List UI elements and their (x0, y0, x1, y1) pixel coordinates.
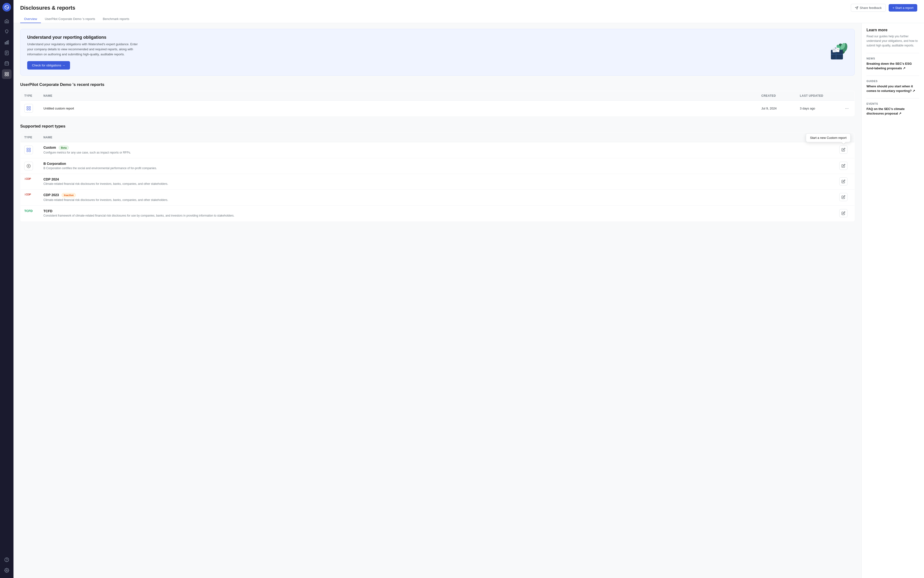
svg-rect-7 (5, 75, 6, 76)
sidebar-item-settings[interactable] (2, 565, 11, 575)
recent-reports-section: UserPilot Corporate Demo 's recent repor… (20, 82, 855, 116)
sidebar-item-emissions[interactable] (2, 27, 11, 37)
edit-icon (841, 211, 845, 215)
row-name-cdp2023: CDP 2023 Inactive Climate-related financ… (40, 190, 835, 206)
resource-events: Events FAQ on the SEC's climate disclosu… (867, 102, 919, 116)
tab-userpilot-reports[interactable]: UserPilot Corporate Demo 's reports (41, 15, 99, 23)
svg-rect-1 (5, 42, 6, 44)
resource-category-guides: Guides (867, 80, 919, 83)
col-type: Type (21, 91, 40, 101)
sidebar-bottom (2, 555, 11, 575)
page-header: Disclosures & reports Share feedback + S… (13, 0, 924, 23)
resource-category-events: Events (867, 102, 919, 105)
custom-type-icon (24, 146, 33, 154)
create-cdp2024-report-button[interactable] (839, 177, 848, 185)
header-actions: Share feedback + Start a report (851, 4, 917, 12)
table-row: Untitled custom report Jul 9, 2024 3 day… (21, 101, 855, 116)
svg-rect-32 (29, 148, 31, 150)
tab-benchmark-reports[interactable]: Benchmark reports (99, 15, 133, 23)
svg-rect-28 (29, 107, 31, 108)
supported-col-actions (835, 133, 855, 142)
obligations-title: Understand your reporting obligations (27, 35, 143, 40)
row-name-bcorp: B Corporation B Corporation certifies th… (40, 158, 835, 174)
custom-icon (26, 106, 31, 111)
learn-more-description: Read our guides help you further underst… (867, 34, 919, 48)
col-actions (839, 91, 855, 101)
share-feedback-button[interactable]: Share feedback (851, 4, 886, 12)
resource-link-events[interactable]: FAQ on the SEC's climate disclosures pro… (867, 107, 919, 116)
page-title: Disclosures & reports (20, 5, 75, 11)
create-tcfd-report-button[interactable] (839, 209, 848, 217)
right-sidebar: Learn more Read our guides help you furt… (861, 23, 924, 578)
obligations-description: Understand your regulatory obligations w… (27, 42, 143, 57)
main-area: Disclosures & reports Share feedback + S… (13, 0, 924, 578)
svg-rect-34 (29, 150, 31, 152)
row-action-tcfd (835, 206, 855, 221)
sidebar-item-reports[interactable] (2, 69, 11, 79)
svg-rect-19 (831, 54, 843, 55)
row-type-cdp2024: ⫶CDP (21, 174, 40, 190)
resource-link-guides[interactable]: Where should you start when it comes to … (867, 84, 919, 93)
row-name-container: Custom Beta (44, 146, 831, 150)
resource-category-news: News (867, 57, 919, 60)
tooltip-container: Start a new Custom report (839, 146, 851, 154)
sidebar-logo[interactable] (2, 3, 11, 11)
table-row: B B Corporation B Corporation certifies … (21, 158, 855, 174)
sidebar-item-help[interactable] (2, 555, 11, 565)
cdp-logo: ⫶CDP (24, 177, 36, 180)
col-created: Created (757, 91, 796, 101)
edit-icon (841, 195, 845, 199)
inactive-badge: Inactive (62, 193, 76, 197)
start-report-button[interactable]: + Start a report (888, 4, 917, 11)
table-row: TCFD TCFD Consistent framework of climat… (21, 206, 855, 221)
row-action-cdp2023 (835, 190, 855, 206)
edit-icon (841, 180, 845, 183)
row-type (21, 101, 40, 116)
recent-reports-title: UserPilot Corporate Demo 's recent repor… (20, 82, 855, 87)
create-custom-report-button[interactable] (839, 146, 848, 154)
row-actions: ··· (839, 101, 855, 116)
sidebar-item-marketplace[interactable] (2, 59, 11, 68)
row-name-tcfd: TCFD Consistent framework of climate-rel… (40, 206, 835, 221)
svg-rect-22 (836, 48, 840, 52)
learn-more-title: Learn more (867, 28, 919, 32)
svg-rect-5 (5, 72, 6, 74)
sidebar-item-home[interactable] (2, 16, 11, 26)
row-action-bcorp (835, 158, 855, 174)
table-row: ⫶CDP CDP 2024 Climate-related financial … (21, 174, 855, 190)
svg-rect-33 (27, 150, 28, 152)
row-created: Jul 9, 2024 (757, 101, 796, 116)
row-type-custom (21, 142, 40, 158)
svg-rect-30 (29, 109, 31, 110)
tab-overview[interactable]: Overview (20, 15, 41, 23)
custom-grid-icon (26, 148, 31, 152)
row-type-bcorp: B (21, 158, 40, 174)
content-area: Understand your reporting obligations Un… (13, 23, 924, 578)
row-action-cdp2024 (835, 174, 855, 190)
main-content: Understand your reporting obligations Un… (13, 23, 861, 578)
table-row: Custom Beta Configure metrics for any us… (21, 142, 855, 158)
check-obligations-button[interactable]: Check for obligations → (27, 61, 70, 70)
beta-badge: Beta (59, 146, 69, 150)
sidebar-item-documents[interactable] (2, 48, 11, 58)
tcfd-logo: TCFD (24, 209, 33, 213)
row-last-updated: 3 days ago (796, 101, 839, 116)
divider-1 (867, 53, 919, 53)
resource-link-news[interactable]: Breaking down the SEC's ESG fund-labelin… (867, 62, 919, 71)
tab-bar: Overview UserPilot Corporate Demo 's rep… (20, 15, 917, 23)
row-name: Untitled custom report (40, 101, 757, 116)
share-icon (855, 6, 858, 10)
svg-text:B: B (28, 165, 29, 167)
create-cdp2023-report-button[interactable] (839, 193, 848, 201)
bcorp-icon: B (24, 162, 33, 170)
table-row: ⫶CDP CDP 2023 Inactive Climate-related f… (21, 190, 855, 206)
supported-types-section: Supported report types Type Name (20, 124, 855, 221)
create-bcorp-report-button[interactable] (839, 162, 848, 170)
row-more-button[interactable]: ··· (843, 105, 851, 112)
sidebar-item-analytics[interactable] (2, 37, 11, 47)
resource-news: News Breaking down the SEC's ESG fund-la… (867, 57, 919, 71)
row-action-custom: Start a new Custom report (835, 142, 855, 158)
cdp2023-name-row: CDP 2023 Inactive (44, 193, 831, 197)
custom-report-icon (24, 104, 33, 113)
supported-types-title: Supported report types (20, 124, 855, 129)
